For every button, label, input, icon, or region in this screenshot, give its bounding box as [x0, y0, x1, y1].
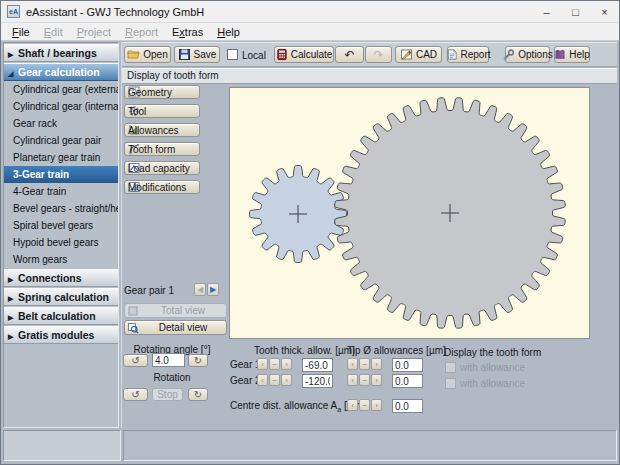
- gear1-tooth-thick-increase-button[interactable]: ›: [281, 358, 292, 370]
- stop-button[interactable]: Stop: [152, 388, 183, 401]
- triangle-collapsed-icon: ▶: [8, 309, 18, 325]
- allowances-button[interactable]: Allowances: [124, 123, 200, 137]
- sidebar-item-gear-rack[interactable]: Gear rack: [4, 115, 118, 132]
- gear1-tip-decrease-button[interactable]: ‹: [347, 358, 358, 370]
- stepper-left-icon: ‹: [351, 376, 354, 385]
- sidebar-item-3-gear-train[interactable]: 3-Gear train: [4, 166, 118, 183]
- triangle-expanded-icon: ◢: [8, 65, 18, 81]
- gear1-tooth-thick-reset-button[interactable]: −: [269, 358, 280, 370]
- detail-view-magnifier-icon: [127, 322, 139, 334]
- with-allowance-label-1: with allowance: [460, 362, 525, 373]
- help-button[interactable]: Help: [554, 46, 590, 63]
- gear1-tip-increase-button[interactable]: ›: [371, 358, 382, 370]
- triangle-collapsed-icon: ▶: [8, 271, 18, 287]
- page-title-text: Display of tooth form: [127, 70, 219, 81]
- prev-arrow-icon: ◀: [197, 285, 203, 294]
- gear2-tooth-thick-decrease-button[interactable]: ‹: [257, 374, 268, 386]
- report-button[interactable]: Report: [447, 46, 489, 63]
- sidebar-item-bevel-gears-straight-helical[interactable]: Bevel gears - straight/helical: [4, 200, 118, 217]
- centre-dist-increase-button[interactable]: ›: [371, 399, 382, 411]
- sidebar-item-4-gear-train[interactable]: 4-Gear train: [4, 183, 118, 200]
- rotation-cw-icon: ↻: [194, 389, 202, 400]
- sidebar-item-spiral-bevel-gears[interactable]: Spiral bevel gears: [4, 217, 118, 234]
- rotate-cw-icon: ↻: [194, 355, 202, 366]
- tooth-form-label: Tooth form: [128, 144, 175, 155]
- stepper-right-icon: ›: [375, 401, 378, 410]
- report-document-icon: [446, 48, 458, 61]
- close-button[interactable]: ×: [590, 1, 619, 23]
- rotating-angle-input[interactable]: [152, 353, 185, 367]
- load-capacity-button[interactable]: Load capacity: [124, 161, 200, 175]
- gear1-tooth-thick-decrease-button[interactable]: ‹: [257, 358, 268, 370]
- gear2-tip-field[interactable]: [392, 374, 423, 388]
- tooth-form-button[interactable]: Tooth form: [124, 142, 200, 156]
- detail-view-button[interactable]: Detail view: [124, 320, 227, 335]
- maximize-button[interactable]: □: [561, 1, 590, 23]
- centre-dist-field[interactable]: [392, 399, 423, 413]
- centre-dist-decrease-button[interactable]: ‹: [347, 399, 358, 411]
- sidebar-section-shaft-bearings[interactable]: ▶Shaft / bearings: [4, 44, 118, 62]
- sidebar-section-gratis-modules[interactable]: ▶Gratis modules: [4, 326, 118, 344]
- gear-pair-label: Gear pair 1: [124, 285, 174, 296]
- with-allowance-checkbox-1[interactable]: [445, 362, 456, 373]
- sidebar-item-cylindrical-gear-pair[interactable]: Cylindrical gear pair: [4, 132, 118, 149]
- local-checkbox-label: Local: [242, 50, 266, 61]
- report-label: Report: [461, 49, 491, 60]
- save-label: Save: [194, 49, 217, 60]
- gear1-tip-reset-button[interactable]: −: [359, 358, 370, 370]
- sidebar-item-planetary-gear-train[interactable]: Planetary gear train: [4, 149, 118, 166]
- menu-extras[interactable]: Extras: [165, 25, 210, 39]
- minimize-button[interactable]: –: [532, 1, 561, 23]
- sidebar-section-spring-calculation[interactable]: ▶Spring calculation: [4, 288, 118, 306]
- menu-help[interactable]: Help: [210, 25, 247, 39]
- tool-label: Tool: [128, 106, 146, 117]
- gear2-tip-reset-button[interactable]: −: [359, 374, 370, 386]
- gear2-tooth-thick-field[interactable]: [302, 374, 333, 388]
- gear-pair-next-button[interactable]: ▶: [207, 283, 219, 296]
- open-button[interactable]: Open: [124, 46, 171, 63]
- menu-report: Report: [118, 25, 165, 39]
- gear-pair-prev-button[interactable]: ◀: [194, 283, 206, 296]
- triangle-collapsed-icon: ▶: [8, 328, 18, 344]
- gear1-tip-field[interactable]: [392, 358, 423, 372]
- app-window: eA eAssistant - GWJ Technology GmbH – □ …: [0, 0, 620, 465]
- total-view-button[interactable]: Total view: [124, 303, 227, 318]
- calculate-button[interactable]: Calculate: [274, 46, 334, 63]
- sidebar-item-cylindrical-gear-external[interactable]: Cylindrical gear (external): [4, 81, 118, 98]
- options-button[interactable]: Options: [505, 46, 550, 63]
- geometry-button[interactable]: Geometry: [124, 85, 200, 99]
- gear2-tip-increase-button[interactable]: ›: [371, 374, 382, 386]
- gear2-tooth-thick-increase-button[interactable]: ›: [281, 374, 292, 386]
- menu-file[interactable]: File: [5, 25, 37, 39]
- rotate-ccw-button[interactable]: ↺: [123, 354, 148, 367]
- centre-dist-reset-button[interactable]: −: [359, 399, 370, 411]
- rotation-ccw-button[interactable]: ↺: [123, 388, 148, 401]
- sidebar-item-hypoid-bevel-gears[interactable]: Hypoid bevel gears: [4, 234, 118, 251]
- gear1-tooth-thick-field[interactable]: [302, 358, 333, 372]
- sidebar-section-connections[interactable]: ▶Connections: [4, 269, 118, 287]
- stepper-minus-icon: −: [272, 376, 277, 385]
- triangle-collapsed-icon: ▶: [8, 46, 18, 62]
- page-title: Display of tooth form: [122, 68, 617, 84]
- menubar: FileEditProjectReportExtrasHelp: [1, 23, 619, 41]
- gear-display-canvas: [229, 87, 590, 339]
- sidebar-item-cylindrical-gear-internal[interactable]: Cylindrical gear (internal): [4, 98, 118, 115]
- sidebar-item-worm-gears[interactable]: Worm gears: [4, 251, 118, 268]
- with-allowance-checkbox-2[interactable]: [445, 378, 456, 389]
- sidebar-navigation: ▶Shaft / bearings◢Gear calculationCylind…: [3, 42, 119, 428]
- sidebar-section-gear-calculation[interactable]: ◢Gear calculation: [4, 63, 118, 81]
- redo-button[interactable]: ↷: [365, 46, 392, 63]
- gear2-tooth-thick-reset-button[interactable]: −: [269, 374, 280, 386]
- modifications-button[interactable]: Modifications: [124, 180, 200, 194]
- total-view-label: Total view: [142, 305, 224, 316]
- rotation-cw-button[interactable]: ↻: [188, 388, 208, 401]
- local-checkbox[interactable]: [227, 49, 238, 60]
- tool-button[interactable]: Tool: [124, 104, 200, 118]
- undo-button[interactable]: ↶: [335, 46, 364, 63]
- sidebar-section-belt-calculation[interactable]: ▶Belt calculation: [4, 307, 118, 325]
- save-button[interactable]: Save: [174, 46, 220, 63]
- rotate-cw-button[interactable]: ↻: [188, 354, 208, 367]
- gear2-tip-decrease-button[interactable]: ‹: [347, 374, 358, 386]
- cad-button[interactable]: CAD: [395, 46, 442, 63]
- stepper-left-icon: ‹: [351, 401, 354, 410]
